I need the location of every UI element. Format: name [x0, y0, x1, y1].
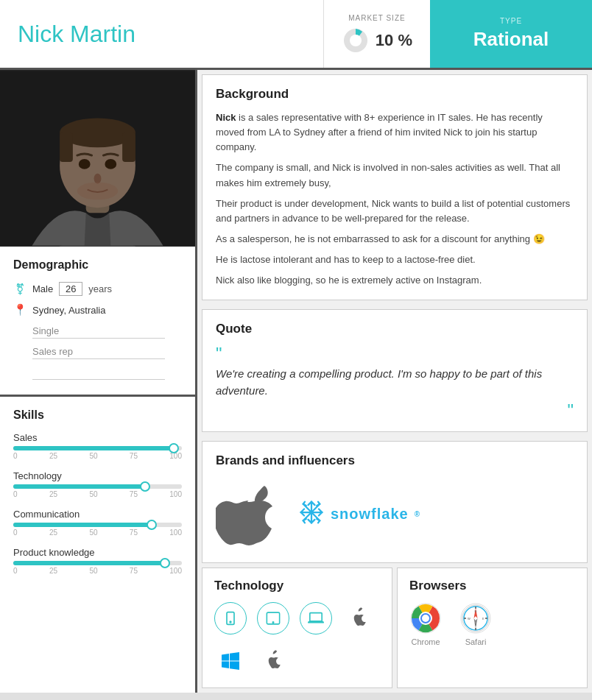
persona-photo	[0, 70, 195, 247]
skill-product-knowledge-label: Product knowledge	[13, 547, 182, 558]
skill-technology-scale: 0255075100	[13, 490, 182, 498]
technology-title: Technology	[214, 579, 380, 593]
background-p1: Nick is a sales representative with 8+ e…	[216, 110, 574, 155]
browser-item-chrome: Chrome	[409, 602, 442, 646]
background-p6: Nick also like blogging, so he is extrem…	[216, 273, 574, 288]
tech-icon-laptop	[300, 602, 332, 634]
snowflake-icon	[298, 499, 325, 529]
skill-sales: Sales 0255075100	[13, 432, 182, 460]
brands-row: snowflake ®	[216, 477, 574, 551]
background-p3: Their product is under development, Nick…	[216, 197, 574, 226]
svg-rect-7	[60, 132, 73, 162]
market-percentage: 10 %	[376, 31, 412, 50]
location-row: 📍 Sydney, Australia	[13, 303, 182, 317]
svg-point-1	[350, 35, 362, 46]
browser-item-safari: N S E W Safari	[459, 602, 492, 646]
skill-product-knowledge-track[interactable]	[13, 561, 182, 565]
svg-rect-8	[122, 132, 135, 162]
age-unit: years	[88, 283, 112, 294]
header-name-section: Nick Martin	[0, 0, 323, 68]
background-text: Nick is a sales representative with 8+ e…	[216, 110, 574, 288]
svg-text:S: S	[475, 623, 477, 626]
market-pie-chart	[342, 26, 370, 54]
header: Nick Martin MARKET SIZE 10 % TYPE Ration…	[0, 0, 592, 70]
right-column: Background Nick is a sales representativ…	[197, 70, 592, 693]
svg-point-9	[79, 159, 91, 169]
skill-technology: Technology 0255075100	[13, 470, 182, 498]
background-p5: He is lactose intolerant and has to keep…	[216, 252, 574, 267]
extra-input[interactable]	[32, 365, 165, 380]
svg-point-26	[422, 615, 429, 622]
safari-label: Safari	[465, 637, 487, 646]
background-card: Background Nick is a sales representativ…	[202, 74, 588, 300]
brands-card: Brands and influencers	[202, 441, 588, 563]
type-label: TYPE	[500, 17, 522, 25]
svg-point-18	[230, 622, 231, 623]
skills-section: Skills Sales 0255075100 Technology	[0, 397, 195, 594]
skill-communication-thumb	[147, 520, 157, 530]
occupation-field	[13, 344, 182, 359]
skill-communication-track[interactable]	[13, 523, 182, 527]
demographic-section: Demographic ⚧ Male 26 years 📍 Sydney, Au…	[0, 247, 195, 397]
chrome-icon	[409, 602, 442, 634]
chrome-label: Chrome	[411, 637, 440, 646]
gender-value: Male	[32, 283, 53, 294]
skill-sales-label: Sales	[13, 432, 182, 443]
background-p4: As a salesperson, he is not embarrassed …	[216, 232, 574, 247]
browsers-card: Browsers	[397, 568, 588, 688]
gender-row: ⚧ Male 26 years	[13, 282, 182, 296]
svg-rect-21	[310, 613, 322, 621]
location-icon: 📍	[13, 303, 27, 317]
skill-technology-label: Technology	[13, 470, 182, 481]
quote-open-mark: "	[216, 345, 574, 363]
tech-icon-apple2	[257, 645, 289, 677]
skill-technology-track[interactable]	[13, 484, 182, 489]
svg-text:W: W	[468, 617, 471, 621]
quote-close-mark: "	[216, 402, 574, 420]
gender-icon: ⚧	[13, 283, 27, 296]
quote-text: We're creating a compelling product. I'm…	[216, 366, 574, 399]
skill-communication-scale: 0255075100	[13, 528, 182, 537]
tech-icon-apple	[342, 602, 375, 634]
brands-title: Brands and influencers	[216, 453, 574, 468]
skills-title: Skills	[13, 409, 182, 422]
browsers-title: Browsers	[409, 579, 575, 593]
snowflake-label: snowflake	[331, 506, 409, 523]
tech-icon-phone	[214, 602, 247, 634]
tech-icon-windows	[214, 645, 247, 677]
extra-field	[13, 365, 182, 380]
safari-icon: N S E W	[459, 602, 492, 634]
location-value: Sydney, Australia	[32, 305, 105, 316]
photo-section	[0, 70, 195, 247]
bottom-row: Technology	[197, 568, 592, 693]
tech-icon-tablet	[257, 602, 289, 634]
svg-point-20	[272, 622, 274, 623]
status-field	[13, 324, 182, 339]
svg-text:N: N	[475, 609, 477, 613]
skill-communication: Communication 0255075100	[13, 509, 182, 537]
skill-sales-thumb	[169, 443, 179, 453]
svg-point-10	[105, 159, 116, 169]
persona-name: Nick Martin	[18, 21, 135, 48]
skill-communication-fill	[13, 523, 152, 527]
quote-card: Quote " We're creating a compelling prod…	[202, 309, 588, 432]
status-input[interactable]	[32, 324, 165, 339]
svg-text:E: E	[482, 617, 484, 621]
skill-sales-scale: 0255075100	[13, 452, 182, 460]
skill-product-knowledge: Product knowledge 0255075100	[13, 547, 182, 575]
skill-sales-track[interactable]	[13, 446, 182, 450]
type-value: Rational	[473, 28, 549, 51]
technology-icons-grid	[214, 602, 380, 677]
svg-point-11	[94, 174, 102, 184]
occupation-input[interactable]	[32, 344, 165, 359]
main-content: Demographic ⚧ Male 26 years 📍 Sydney, Au…	[0, 70, 592, 693]
type-section: TYPE Rational	[430, 0, 592, 68]
skill-communication-label: Communication	[13, 509, 182, 520]
skill-product-knowledge-thumb	[160, 558, 170, 568]
technology-card: Technology	[202, 568, 392, 688]
skill-product-knowledge-fill	[13, 561, 165, 565]
background-p2: The company is small, and Nick is involv…	[216, 160, 574, 190]
skill-sales-fill	[13, 446, 174, 450]
left-column: Demographic ⚧ Male 26 years 📍 Sydney, Au…	[0, 70, 197, 693]
market-size-section: MARKET SIZE 10 %	[323, 0, 430, 68]
